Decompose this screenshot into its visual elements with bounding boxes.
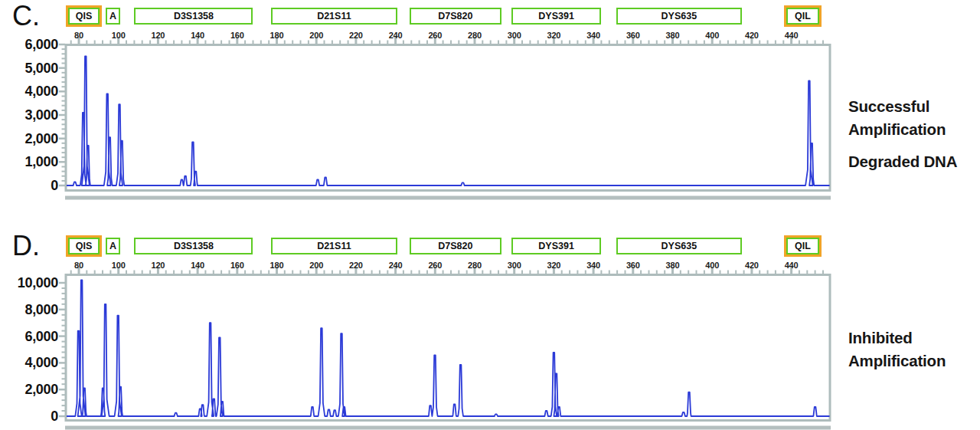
marker-box-dys391: DYS391 xyxy=(511,238,602,254)
y-tick-label: 6,000 xyxy=(0,329,58,344)
x-tick-label: 140 xyxy=(181,261,214,270)
marker-row: QISAD3S1358D21S11D7S820DYS391DYS635QIL xyxy=(0,0,980,31)
x-tick-label: 420 xyxy=(735,261,769,270)
x-tick-label: 380 xyxy=(656,261,690,270)
plot-underbar xyxy=(65,196,831,200)
marker-box-d7s820: D7S820 xyxy=(410,238,501,254)
marker-box-d7s820: D7S820 xyxy=(410,8,501,25)
x-tick-label: 220 xyxy=(339,261,373,270)
x-tick-label: 300 xyxy=(498,261,531,270)
plot-underbar xyxy=(65,426,831,430)
x-tick-label: 260 xyxy=(418,31,452,40)
x-tick-label: 380 xyxy=(656,31,690,40)
x-tick-label: 200 xyxy=(299,31,333,40)
x-tick-label: 440 xyxy=(775,31,808,40)
marker-box-qis: QIS xyxy=(68,238,100,254)
marker-box-d21s11: D21S11 xyxy=(271,8,397,25)
x-tick-label: 200 xyxy=(299,261,333,270)
x-tick-label: 360 xyxy=(616,261,650,270)
x-tick-label: 80 xyxy=(62,261,96,270)
x-tick-label: 180 xyxy=(260,261,294,270)
plot-frame xyxy=(66,45,830,191)
x-tick-label: 340 xyxy=(577,31,610,40)
y-tick-label: 1,000 xyxy=(0,154,58,169)
x-tick-label: 160 xyxy=(220,31,254,40)
x-tick-label: 140 xyxy=(181,31,214,40)
panel-c: C. QISAD3S1358D21S11D7S820DYS391DYS635QI… xyxy=(0,0,980,230)
marker-box-qil: QIL xyxy=(786,238,819,254)
x-tick-label: 220 xyxy=(339,31,373,40)
x-tick-label: 300 xyxy=(498,31,531,40)
x-tick-label: 100 xyxy=(102,31,136,40)
marker-box-dys635: DYS635 xyxy=(616,238,742,254)
y-tick-label: 6,000 xyxy=(0,37,58,52)
marker-box-dys635: DYS635 xyxy=(616,8,742,25)
y-tick-label: 2,000 xyxy=(0,382,58,397)
caption-line: Degraded DNA xyxy=(848,150,957,173)
marker-box-d3s1358: D3S1358 xyxy=(134,238,253,254)
x-tick-label: 260 xyxy=(418,261,452,270)
panel-d: D. QISAD3S1358D21S11D7S820DYS391DYS635QI… xyxy=(0,230,980,430)
y-tick-label: 10,000 xyxy=(0,275,58,290)
y-tick-label: 3,000 xyxy=(0,107,58,123)
panel-caption-degraded: Degraded DNA xyxy=(848,150,957,173)
caption-line: Inhibited xyxy=(848,327,946,350)
caption-line: Amplification xyxy=(848,118,946,141)
panel-caption-success: Successful Amplification xyxy=(848,95,946,141)
y-axis-ruler xyxy=(59,44,65,185)
y-tick-label: 0 xyxy=(0,178,58,193)
x-tick-label: 420 xyxy=(735,31,769,40)
marker-box-a: A xyxy=(106,8,120,25)
marker-row: QISAD3S1358D21S11D7S820DYS391DYS635QIL xyxy=(0,230,980,261)
plot-frame xyxy=(66,275,830,421)
x-tick-label: 320 xyxy=(537,261,570,270)
x-tick-label: 400 xyxy=(695,31,729,40)
x-tick-label: 120 xyxy=(141,261,175,270)
y-tick-label: 4,000 xyxy=(0,355,58,370)
x-tick-label: 280 xyxy=(458,261,492,270)
x-tick-label: 440 xyxy=(775,261,808,270)
marker-box-qil: QIL xyxy=(786,8,819,25)
y-tick-label: 0 xyxy=(0,409,58,424)
x-tick-label: 240 xyxy=(379,31,413,40)
y-tick-label: 4,000 xyxy=(0,84,58,99)
y-tick-label: 8,000 xyxy=(0,302,58,317)
x-tick-label: 360 xyxy=(616,31,650,40)
x-tick-label: 400 xyxy=(695,261,729,270)
x-tick-label: 320 xyxy=(537,31,570,40)
marker-box-d21s11: D21S11 xyxy=(271,238,397,254)
caption-line: Successful xyxy=(848,95,946,118)
caption-line: Amplification xyxy=(848,350,946,373)
x-tick-label: 120 xyxy=(141,31,175,40)
x-tick-label: 180 xyxy=(260,31,294,40)
x-tick-label: 100 xyxy=(102,261,136,270)
x-tick-label: 240 xyxy=(379,261,413,270)
marker-box-dys391: DYS391 xyxy=(511,8,602,25)
panel-caption-inhibited: Inhibited Amplification xyxy=(848,327,946,373)
y-tick-label: 5,000 xyxy=(0,61,58,76)
x-tick-label: 160 xyxy=(220,261,254,270)
y-tick-label: 2,000 xyxy=(0,131,58,146)
x-tick-label: 280 xyxy=(458,31,492,40)
marker-box-qis: QIS xyxy=(68,8,100,25)
x-tick-label: 80 xyxy=(62,31,96,40)
y-axis-ruler xyxy=(59,283,65,416)
marker-box-d3s1358: D3S1358 xyxy=(134,8,253,25)
marker-box-a: A xyxy=(106,238,120,254)
x-tick-label: 340 xyxy=(577,261,610,270)
